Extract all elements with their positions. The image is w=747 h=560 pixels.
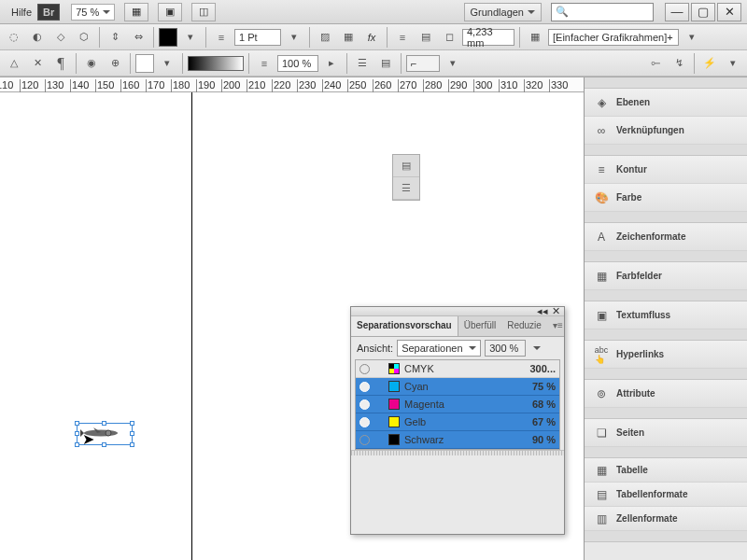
panel-kontur[interactable]: ≡Kontur [585,156,747,184]
canvas[interactable]: 1101201301401501601701801902002102202302… [0,77,584,560]
tool-icon[interactable]: ◐ [27,27,48,48]
panel-ebenen[interactable]: ◈Ebenen [585,89,747,117]
object-style-field[interactable]: [Einfacher Grafikrahmen]+ [548,29,679,46]
ink-list: CMYK 300... Cyan 75 % Magenta 68 % [355,359,560,450]
chevron-down-icon[interactable]: ▾ [284,27,304,48]
percent-field[interactable]: 100 % [277,55,318,72]
view-select[interactable]: Separationen [397,340,481,357]
ink-row[interactable]: Schwarz 90 % [356,431,559,449]
tab-overprint[interactable]: Überfüll [458,316,501,336]
ink-swatch-icon [388,381,400,392]
panel-farbfelder[interactable]: ▦Farbfelder [585,262,747,290]
stroke-align-icon[interactable]: ≡ [211,27,232,48]
char-style-icon: A [594,230,609,245]
tool-icon[interactable]: ⇕ [105,27,125,48]
gradient-bar[interactable] [188,56,244,71]
visibility-icon[interactable] [359,399,370,410]
tool-icon[interactable]: ▨ [315,27,335,48]
visibility-icon[interactable] [359,364,370,374]
panel-menu-icon[interactable]: ▾≡ [547,316,569,336]
panel-attribute[interactable]: ⊚Attribute [585,380,747,408]
pages-icon: ❏ [594,426,609,441]
text-tool-icon[interactable]: ¶ [50,53,71,74]
panel-farbe[interactable]: 🎨Farbe [585,184,747,212]
collapsed-panel-icon[interactable]: ☰ [393,177,419,200]
tool-icon[interactable]: ◌ [4,27,24,48]
panel-tabs: Separationsvorschau Überfüll Reduzie ▾≡ [351,316,564,337]
panel-tabellenformate[interactable]: ▤Tabellenformate [585,483,747,507]
panel-verknuepfungen[interactable]: ∞Verknüpfungen [585,117,747,145]
resize-grip[interactable] [351,450,564,455]
stepper-icon[interactable]: ≡ [254,53,275,74]
dimension-field[interactable]: 4,233 mm [462,29,514,46]
crop-icon[interactable]: ◻ [439,27,459,48]
visibility-icon[interactable] [359,382,370,392]
tool-icon[interactable]: △ [4,53,24,74]
cursor-arrow-icon: ➤ [82,430,94,448]
zoom-field[interactable]: 75 % [71,4,115,21]
tool-icon[interactable]: ✕ [27,53,48,74]
visibility-icon[interactable] [359,435,370,445]
chevron-down-icon[interactable]: ▾ [682,27,702,48]
align-icon[interactable]: ≡ [392,27,413,48]
tool-icon[interactable]: ◇ [50,27,71,48]
ink-row[interactable]: Cyan 75 % [356,378,559,396]
chevron-down-icon[interactable]: ▾ [157,53,177,74]
tool-icon[interactable]: ⊕ [105,53,125,74]
visibility-icon[interactable] [359,417,370,427]
panel-zeichenformate[interactable]: AZeichenformate [585,223,747,251]
ink-row[interactable]: Gelb 67 % [356,413,559,431]
lightning-icon[interactable]: ⚡ [699,53,720,74]
color-icon: 🎨 [594,190,609,205]
ink-row-cmyk[interactable]: CMYK 300... [356,360,559,378]
corner-field[interactable]: ⌐ [406,55,440,72]
collapsed-panel-dock[interactable]: ▤ ☰ [392,154,420,201]
align-icon[interactable]: ☰ [352,53,373,74]
ink-row[interactable]: Magenta 68 % [356,396,559,413]
tab-separations[interactable]: Separationsvorschau [351,316,458,336]
fill-swatch[interactable] [159,28,177,47]
close-button[interactable]: ✕ [717,3,741,21]
panel-icon[interactable]: ⟜ [645,53,666,74]
attributes-icon: ⊚ [594,386,609,401]
tool-icon[interactable]: ⬡ [74,27,94,48]
tab-flatten[interactable]: Reduzie [501,316,547,336]
chevron-down-icon[interactable]: ▾ [180,27,201,48]
panel-hyperlinks[interactable]: abc👆Hyperlinks [585,341,747,369]
panel-tabelle[interactable]: ▦Tabelle [585,458,747,483]
menu-help[interactable]: Hilfe [6,7,37,18]
swatches-icon: ▦ [594,269,609,284]
view-button-2[interactable]: ▣ [158,3,182,21]
view-button-1[interactable]: ▦ [124,3,148,21]
ink-swatch-icon [388,399,400,410]
bridge-button[interactable]: Br [37,4,60,21]
search-input[interactable]: 🔍 [551,3,654,21]
table-icon: ▦ [594,463,609,478]
chevron-down-icon [528,10,535,14]
fx-icon[interactable]: fx [361,27,382,48]
chevron-down-icon [533,346,541,350]
separations-panel[interactable]: ◂◂✕ Separationsvorschau Überfüll Reduzie… [350,306,565,535]
tool-icon[interactable]: ⇔ [128,27,148,48]
view-button-3[interactable]: ◫ [191,3,216,21]
tool-icon[interactable]: ▦ [338,27,359,48]
stroke-weight-field[interactable]: 1 Pt [234,29,281,46]
collapsed-panel-icon[interactable]: ▤ [393,155,419,177]
toolbars: ◌ ◐ ◇ ⬡ ⇕ ⇔ ▾ ≡ 1 Pt ▾ ▨ ▦ fx ≡ ▤ ◻ 4,23… [0,24,747,77]
stroke-swatch[interactable] [135,54,154,73]
chevron-right-icon[interactable]: ▸ [321,53,342,74]
workspace-switcher[interactable]: Grundlagen [464,3,543,21]
panel-zellenformate[interactable]: ▥Zellenformate [585,507,747,531]
align-icon[interactable]: ▤ [416,27,436,48]
workspace-label: Grundlagen [471,7,525,18]
chevron-down-icon[interactable]: ▾ [443,53,463,74]
panel-textumfluss[interactable]: ▣Textumfluss [585,301,747,329]
menu-icon[interactable]: ▾ [723,53,743,74]
tool-icon[interactable]: ▦ [525,27,545,48]
tool-icon[interactable]: ◉ [81,53,102,74]
maximize-button[interactable]: ▢ [691,3,715,21]
align-icon[interactable]: ▤ [375,53,396,74]
minimize-button[interactable]: — [665,3,689,21]
panel-icon[interactable]: ↯ [669,53,689,74]
panel-seiten[interactable]: ❏Seiten [585,419,747,447]
